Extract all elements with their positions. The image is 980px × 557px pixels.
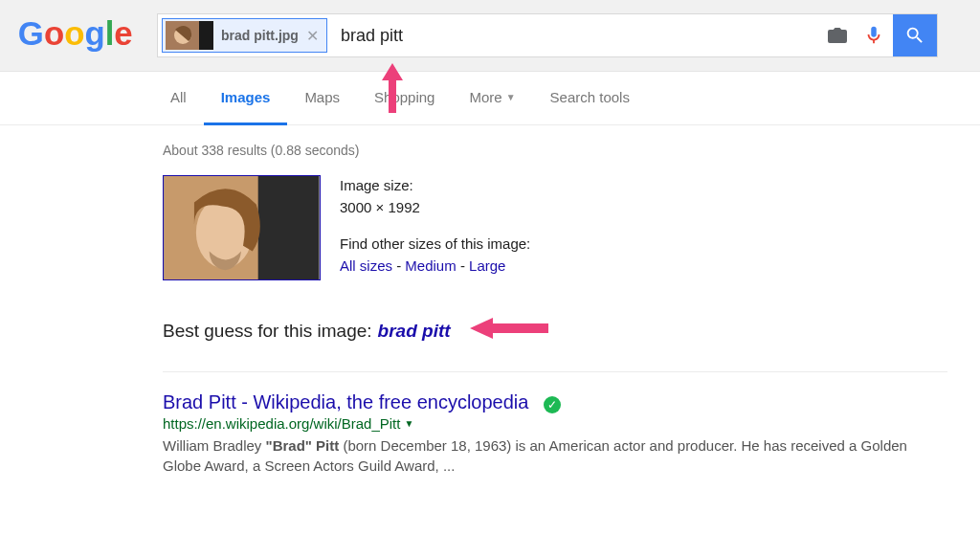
annotation-arrow-up: [378, 59, 407, 120]
search-result: Brad Pitt - Wikipedia, the free encyclop…: [163, 391, 980, 476]
divider: [163, 371, 947, 372]
google-logo[interactable]: Google: [17, 16, 132, 55]
chip-thumbnail: [166, 21, 213, 50]
svg-text:Google: Google: [18, 16, 132, 52]
source-image-row: Image size: 3000 × 1992 Find other sizes…: [163, 175, 980, 280]
search-icon: [904, 25, 925, 46]
tab-all[interactable]: All: [153, 72, 204, 125]
other-sizes-label: Find other sizes of this image:: [340, 234, 530, 256]
chip-remove-icon[interactable]: ✕: [304, 27, 321, 45]
chevron-down-icon: ▼: [506, 92, 516, 102]
header-bar: Google brad pitt.jpg ✕: [0, 0, 980, 72]
tab-search-tools[interactable]: Search tools: [533, 72, 647, 125]
source-image-thumbnail[interactable]: [163, 175, 321, 280]
link-all-sizes[interactable]: All sizes: [340, 257, 392, 274]
search-button[interactable]: [893, 14, 937, 56]
best-guess-link[interactable]: brad pitt: [378, 321, 451, 342]
chip-filename: brad pitt.jpg: [221, 28, 299, 43]
image-size-label: Image size:: [340, 175, 530, 197]
result-title-link[interactable]: Brad Pitt - Wikipedia, the free encyclop…: [163, 391, 528, 412]
svg-rect-3: [199, 21, 213, 50]
results-area: About 338 results (0.88 seconds) Image s…: [0, 125, 980, 476]
image-meta: Image size: 3000 × 1992 Find other sizes…: [340, 175, 530, 280]
result-url-text[interactable]: https://en.wikipedia.org/wiki/Brad_Pitt: [163, 415, 400, 432]
result-stats: About 338 results (0.88 seconds): [163, 143, 980, 158]
best-guess-row: Best guess for this image: brad pitt: [163, 315, 980, 346]
annotation-arrow-left: [466, 315, 552, 346]
result-snippet: William Bradley "Brad" Pitt (born Decemb…: [163, 435, 909, 476]
mic-icon[interactable]: [862, 24, 885, 47]
tab-more-label: More: [469, 89, 501, 105]
tab-images[interactable]: Images: [204, 72, 288, 125]
verified-badge-icon: ✓: [544, 396, 561, 413]
link-medium[interactable]: Medium: [405, 257, 456, 274]
best-guess-label: Best guess for this image:: [163, 321, 372, 342]
search-box: brad pitt.jpg ✕: [157, 13, 938, 57]
link-large[interactable]: Large: [469, 257, 505, 274]
image-chip: brad pitt.jpg ✕: [162, 18, 327, 53]
image-size-value: 3000 × 1992: [340, 197, 530, 219]
tab-maps[interactable]: Maps: [287, 72, 357, 125]
camera-icon[interactable]: [826, 24, 849, 47]
tab-more[interactable]: More ▼: [452, 72, 532, 125]
url-chevron-down-icon[interactable]: ▼: [404, 418, 413, 429]
tab-bar: All Images Maps Shopping More ▼ Search t…: [0, 72, 980, 125]
search-input[interactable]: [331, 14, 826, 56]
